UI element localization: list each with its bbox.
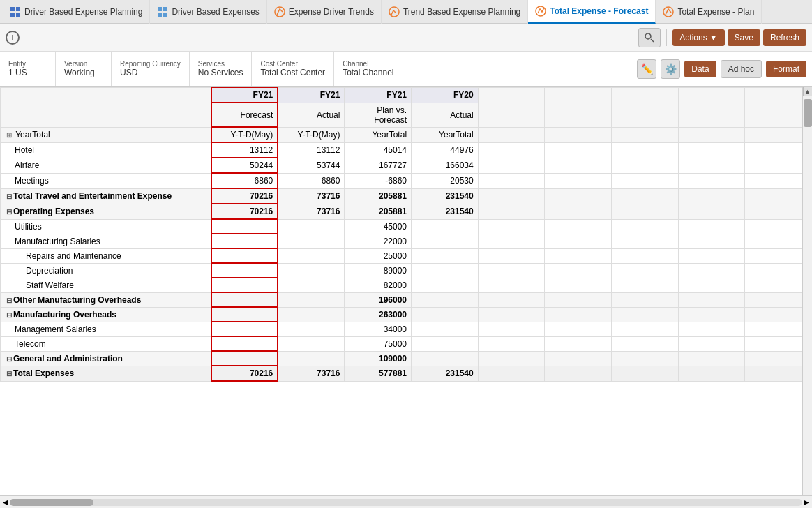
entity-label: Entity — [8, 60, 47, 68]
info-icon[interactable]: i — [6, 31, 20, 45]
svg-rect-6 — [158, 13, 162, 17]
subheader-empty-2 — [545, 103, 612, 127]
data-table: FY21 FY21 FY21 FY20 Forecast Actual Plan… — [0, 87, 812, 382]
svg-rect-7 — [163, 13, 167, 17]
actual-value: 53744 — [278, 158, 345, 173]
empty-cell — [678, 351, 745, 366]
search-button[interactable] — [638, 28, 661, 47]
empty-cell — [611, 292, 678, 307]
pvf-value: 205881 — [345, 204, 412, 219]
row-label: Repairs and Maintenance — [1, 248, 211, 263]
empty-cell — [678, 336, 745, 351]
filter-reporting-currency[interactable]: Reporting Currency USD — [112, 52, 190, 86]
format-button[interactable]: Format — [766, 61, 806, 77]
tab-driver-expenses[interactable]: Driver Based Expenses — [150, 0, 266, 24]
table-row: Hotel13112131124501444976 — [1, 142, 812, 158]
empty-cell — [611, 173, 678, 188]
chart-icon-1 — [274, 6, 285, 17]
fy20-actual-value — [412, 219, 479, 234]
collapse-icon[interactable]: ⊟ — [6, 355, 12, 363]
toolbar-left: i — [6, 31, 20, 45]
empty-cell — [545, 366, 612, 381]
empty-cell — [678, 188, 745, 204]
svg-point-12 — [645, 33, 651, 39]
edit-icon-button[interactable]: ✏️ — [637, 59, 656, 79]
adhoc-button[interactable]: Ad hoc — [721, 60, 762, 78]
tab-total-expense-forecast-label: Total Expense - Forecast — [550, 6, 648, 16]
scroll-up-arrow[interactable]: ▲ — [803, 87, 813, 96]
actual-value: 73716 — [278, 188, 345, 204]
save-button[interactable]: Save — [728, 29, 760, 46]
adhoc-label: Ad hoc — [728, 64, 754, 74]
entity-value: 1 US — [8, 68, 47, 77]
empty-cell — [478, 307, 545, 322]
refresh-button[interactable]: Refresh — [763, 29, 806, 46]
pvf-value: 45014 — [345, 142, 412, 158]
scroll-thumb-vertical[interactable] — [804, 99, 812, 127]
label-text: Manufacturing Salaries — [15, 237, 100, 246]
filter-cost-center[interactable]: Cost Center Total Cost Center — [252, 52, 334, 86]
empty-cell — [478, 204, 545, 219]
forecast-value — [211, 248, 278, 263]
empty-cell — [478, 188, 545, 204]
pvf-value: 109000 — [345, 351, 412, 366]
table-row: Repairs and Maintenance25000 — [1, 248, 812, 263]
row-label: Meetings — [1, 173, 211, 188]
vertical-scrollbar[interactable]: ▲ — [802, 87, 812, 495]
label-text: Manufacturing Overheads — [13, 310, 116, 320]
tab-driver-planning[interactable]: Driver Based Expense Planning — [3, 0, 150, 24]
scrollbar-thumb[interactable] — [10, 499, 93, 506]
collapse-icon[interactable]: ⊟ — [6, 370, 12, 378]
expand-all-icon[interactable]: ⊞ — [6, 131, 12, 139]
empty-cell — [478, 158, 545, 173]
subheader-empty-1 — [478, 103, 545, 127]
collapse-icon[interactable]: ⊟ — [6, 193, 12, 200]
filter-entity[interactable]: Entity 1 US — [0, 52, 56, 86]
empty-cell — [478, 142, 545, 158]
actual-value — [278, 248, 345, 263]
tab-total-expense-plan[interactable]: Total Expense - Plan — [656, 0, 762, 24]
scroll-left-arrow[interactable]: ◀ — [1, 498, 10, 506]
collapse-icon[interactable]: ⊟ — [6, 311, 12, 319]
data-grid: FY21 FY21 FY21 FY20 Forecast Actual Plan… — [0, 87, 812, 495]
empty-cell — [611, 158, 678, 173]
collapse-icon[interactable]: ⊟ — [6, 297, 12, 304]
filter-channel[interactable]: Channel Total Channel — [334, 52, 403, 86]
empty-cell — [478, 248, 545, 263]
actions-button[interactable]: Actions ▼ — [672, 29, 724, 46]
filter-services[interactable]: Services No Services — [190, 52, 253, 86]
header-empty-3 — [611, 87, 678, 103]
empty-cell — [478, 322, 545, 336]
row-label: Manufacturing Salaries — [1, 234, 211, 248]
label-text: Airfare — [15, 160, 39, 170]
toolbar-divider — [666, 29, 667, 46]
empty-cell — [545, 142, 612, 158]
settings-icon-button[interactable]: ⚙️ — [661, 59, 680, 79]
header-empty-2 — [545, 87, 612, 103]
row-label: Depreciation — [1, 263, 211, 278]
chart-icon-2 — [389, 6, 400, 17]
empty-cell — [545, 188, 612, 204]
svg-rect-4 — [158, 7, 162, 11]
row-label: ⊟Manufacturing Overheads — [1, 307, 211, 322]
label-text: Hotel — [15, 145, 34, 155]
subheader-forecast: Forecast — [211, 103, 278, 127]
fy20-actual-value: 166034 — [412, 158, 479, 173]
horizontal-scrollbar[interactable]: ◀ ▶ — [0, 495, 812, 508]
pvf-value: 75000 — [345, 336, 412, 351]
scroll-right-arrow[interactable]: ▶ — [802, 498, 811, 506]
row-label: Management Salaries — [1, 322, 211, 336]
period-empty-2 — [545, 127, 612, 142]
row-label: ⊟Total Expenses — [1, 366, 211, 381]
forecast-value — [211, 219, 278, 234]
tab-trend-expense-planning[interactable]: Trend Based Expense Planning — [382, 0, 528, 24]
collapse-icon[interactable]: ⊟ — [6, 208, 12, 216]
filter-version[interactable]: Version Working — [56, 52, 112, 86]
version-label: Version — [64, 60, 103, 68]
tab-total-expense-forecast[interactable]: Total Expense - Forecast — [528, 0, 656, 24]
tab-expense-driver-trends[interactable]: Expense Driver Trends — [267, 0, 382, 24]
pvf-value: 89000 — [345, 263, 412, 278]
empty-cell — [545, 292, 612, 307]
data-button[interactable]: Data — [684, 61, 716, 77]
empty-cell — [478, 278, 545, 292]
